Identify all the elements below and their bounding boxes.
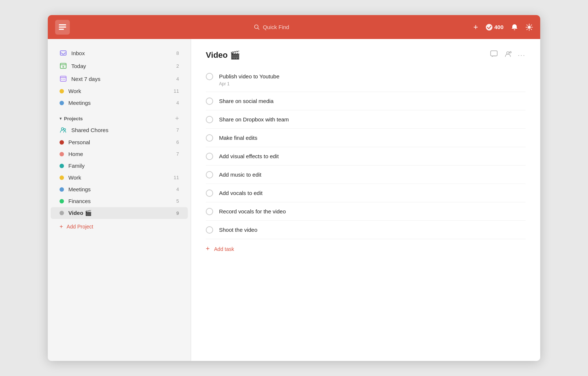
comment-icon — [490, 50, 498, 58]
task-checkbox-t2[interactable] — [206, 97, 213, 105]
sidebar-item-finances[interactable]: Finances 5 — [51, 195, 188, 207]
task-title-t7: Add vocals to edit — [219, 189, 526, 197]
gear-icon — [526, 24, 533, 31]
personal-badge: 6 — [176, 139, 179, 145]
finances-dot — [60, 199, 64, 203]
notifications-button[interactable] — [511, 24, 518, 31]
search-area: Quick Find — [70, 24, 473, 30]
svg-rect-12 — [60, 76, 66, 81]
video-badge: 9 — [176, 210, 179, 216]
add-project-inline-button[interactable]: + — [175, 115, 179, 122]
task-checkbox-t6[interactable] — [206, 171, 213, 178]
task-checkbox-t9[interactable] — [206, 226, 213, 234]
inbox-label: Inbox — [71, 50, 85, 56]
karma-badge[interactable]: 400 — [485, 24, 503, 31]
task-content-t1: Publish video to Youtube Apr 1 — [219, 72, 526, 86]
work2-badge: 11 — [174, 175, 179, 180]
meetings2-label: Meetings — [68, 186, 91, 192]
task-checkbox-t7[interactable] — [206, 189, 213, 197]
header-actions: + 400 — [473, 22, 533, 32]
sidebar-item-inbox[interactable]: Inbox 8 — [51, 47, 188, 59]
finances-badge: 5 — [176, 198, 179, 204]
task-content-t9: Shoot the video — [219, 226, 526, 234]
meetings1-dot — [60, 101, 64, 105]
sidebar-item-work2[interactable]: Work 11 — [51, 172, 188, 183]
home-label: Home — [68, 151, 83, 157]
svg-line-4 — [258, 28, 259, 29]
task-content-t8: Record vocals for the video — [219, 207, 526, 215]
header: Quick Find + 400 — [48, 15, 540, 39]
more-dots: ··· — [518, 52, 526, 59]
more-button[interactable]: ··· — [518, 51, 526, 59]
task-checkbox-t4[interactable] — [206, 134, 213, 142]
task-title-t5: Add visual effects to edit — [219, 152, 526, 160]
task-item-t4: Make final edits — [206, 129, 526, 147]
task-checkbox-t3[interactable] — [206, 116, 213, 123]
add-button[interactable]: + — [473, 22, 478, 32]
add-project-button[interactable]: + Add Project — [51, 220, 188, 233]
settings-button[interactable] — [526, 24, 533, 31]
add-project-plus: + — [60, 223, 63, 230]
video-label: Video 🎬 — [68, 210, 92, 216]
finances-label: Finances — [68, 198, 91, 204]
projects-section-header: ▾ Projects + — [51, 111, 188, 123]
page-title: Video 🎬 — [206, 50, 240, 60]
meetings2-dot — [60, 187, 64, 192]
sidebar-item-home[interactable]: Home 7 — [51, 148, 188, 160]
karma-count: 400 — [494, 24, 503, 30]
task-content-t5: Add visual effects to edit — [219, 152, 526, 160]
meetings2-badge: 4 — [176, 187, 179, 192]
next7-label: Next 7 days — [71, 76, 100, 82]
personal-label: Personal — [68, 139, 90, 145]
next7-badge: 4 — [176, 76, 179, 82]
family-label: Family — [68, 163, 85, 169]
content-actions: ··· — [490, 50, 526, 60]
task-checkbox-t5[interactable] — [206, 153, 213, 160]
projects-chevron[interactable]: ▾ — [60, 116, 62, 121]
sidebar-item-personal[interactable]: Personal 6 — [51, 136, 188, 148]
svg-rect-2 — [59, 29, 64, 30]
sidebar-item-meetings1[interactable]: Meetings 4 — [51, 97, 188, 109]
search-placeholder: Quick Find — [263, 24, 289, 30]
sidebar-item-work1[interactable]: Work 11 — [51, 85, 188, 97]
sidebar-item-next7[interactable]: Next 7 days 4 — [51, 72, 188, 85]
work2-label: Work — [68, 174, 81, 181]
shared-chores-icon — [60, 126, 67, 134]
task-date-t1: Apr 1 — [219, 81, 526, 86]
task-checkbox-t8[interactable] — [206, 208, 213, 215]
bell-icon — [511, 24, 518, 31]
sidebar-item-meetings2[interactable]: Meetings 4 — [51, 184, 188, 195]
sidebar-item-today[interactable]: 5 Today 2 — [51, 60, 188, 72]
task-checkbox-t1[interactable] — [206, 73, 213, 80]
comment-button[interactable] — [490, 50, 498, 60]
meetings1-badge: 4 — [176, 100, 179, 106]
content-area: Video 🎬 — [191, 39, 540, 361]
personal-dot — [60, 140, 64, 145]
sidebar: Inbox 8 5 Today 2 — [48, 39, 191, 361]
content-title: Video 🎬 — [206, 50, 490, 60]
today-badge: 2 — [176, 63, 179, 69]
sidebar-item-video[interactable]: Video 🎬 9 — [51, 207, 188, 219]
svg-rect-0 — [59, 24, 66, 25]
task-item-t2: Share on social media — [206, 92, 526, 110]
task-content-t3: Share on Dropbox with team — [219, 116, 526, 123]
svg-point-18 — [64, 129, 66, 131]
task-item-t3: Share on Dropbox with team — [206, 110, 526, 129]
sidebar-item-shared-chores[interactable]: Shared Chores 7 — [51, 124, 188, 136]
share-button[interactable] — [504, 50, 512, 60]
task-title-t6: Add music to edit — [219, 171, 526, 178]
svg-point-6 — [528, 26, 530, 28]
sidebar-item-family[interactable]: Family — [51, 160, 188, 171]
add-task-button[interactable]: + Add task — [206, 239, 526, 259]
task-title-t1: Publish video to Youtube — [219, 72, 526, 80]
svg-point-5 — [486, 24, 492, 31]
shared-chores-badge: 7 — [176, 127, 179, 133]
task-title-t4: Make final edits — [219, 134, 526, 142]
today-label: Today — [71, 63, 86, 69]
app-logo[interactable] — [55, 20, 70, 35]
meetings1-label: Meetings — [68, 100, 91, 106]
next7-icon — [60, 75, 67, 82]
share-icon — [504, 50, 512, 58]
today-icon: 5 — [60, 62, 67, 70]
search-box[interactable]: Quick Find — [254, 24, 289, 30]
